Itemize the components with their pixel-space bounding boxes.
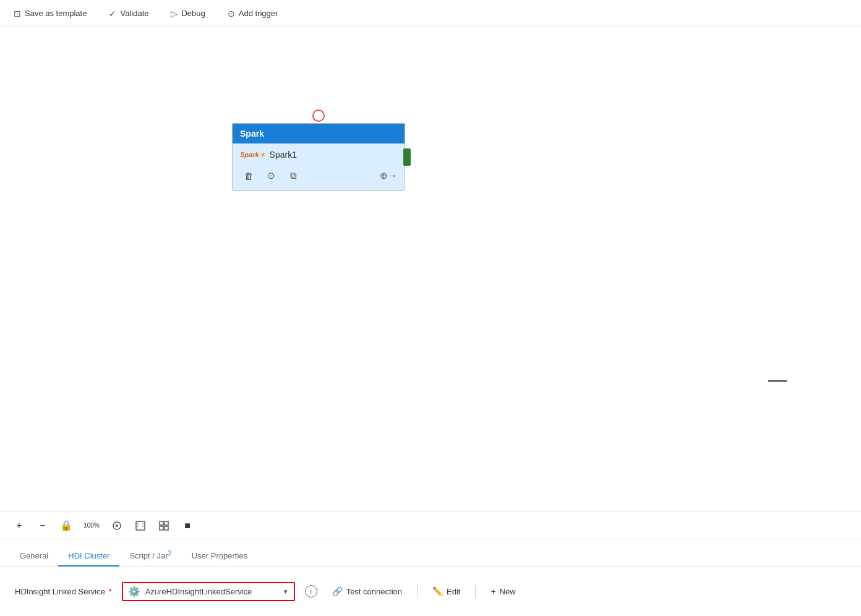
node-header: Spark	[233, 124, 405, 143]
test-connection-label: Test connection	[346, 587, 402, 596]
tab-script-jar[interactable]: Script / Jar2	[119, 544, 181, 567]
arrange-icon	[158, 520, 169, 531]
svg-rect-4	[165, 521, 168, 525]
linked-service-dropdown[interactable]: ⚙️ AzureHDInsightLinkedService ▼	[122, 582, 295, 601]
canvas-area: Spark Spark✳ Spark1 🗑 ⊙ ⧉ ⊕→	[0, 27, 861, 511]
new-label: New	[500, 587, 516, 596]
new-icon: +	[490, 586, 495, 596]
node-connector-right	[403, 148, 411, 166]
spark-node[interactable]: Spark Spark✳ Spark1 🗑 ⊙ ⧉ ⊕→	[232, 123, 405, 191]
node-header-label: Spark	[240, 129, 264, 139]
test-connection-icon: 🔗	[332, 586, 343, 596]
minimize-bar	[768, 380, 787, 382]
new-button[interactable]: + New	[486, 584, 520, 599]
fit-canvas-icon	[111, 520, 122, 531]
node-card: Spark Spark✳ Spark1 🗑 ⊙ ⧉ ⊕→	[232, 123, 405, 191]
fit-canvas-button[interactable]	[108, 516, 126, 535]
properties-panel: General HDI Cluster Script / Jar2 User P…	[0, 539, 861, 616]
save-template-label: Save as template	[25, 9, 87, 18]
svg-rect-6	[165, 526, 168, 530]
node-title-row: Spark✳ Spark1	[240, 150, 397, 160]
svg-point-1	[116, 524, 118, 527]
edit-button[interactable]: ✏️ Edit	[427, 584, 465, 599]
lock-button[interactable]: 🔒	[57, 516, 75, 535]
node-actions: 🗑 ⊙ ⧉ ⊕→	[240, 167, 397, 184]
zoom-100-button[interactable]: 100%	[80, 516, 103, 535]
properties-content: HDInsight Linked Service * ⚙️ AzureHDIns…	[0, 567, 861, 616]
required-star: *	[106, 587, 112, 596]
svg-rect-3	[160, 521, 163, 525]
save-template-icon: ⊡	[14, 9, 21, 19]
zoom-in-button[interactable]: +	[10, 516, 28, 535]
bottom-canvas-toolbar: + − 🔒 100% ■	[0, 511, 861, 539]
divider-1	[417, 585, 418, 597]
info-button[interactable]: i	[305, 585, 317, 597]
dropdown-arrow-icon: ▼	[283, 588, 289, 595]
validate-label: Validate	[120, 9, 148, 18]
select-tool-icon	[135, 520, 146, 531]
edit-icon: ✏️	[432, 586, 443, 596]
add-trigger-label: Add trigger	[239, 9, 278, 18]
debug-label: Debug	[181, 9, 205, 18]
svg-rect-2	[136, 521, 145, 530]
tab-hdi-cluster[interactable]: HDI Cluster	[58, 546, 119, 567]
node-connector-top	[312, 109, 325, 122]
tab-user-properties[interactable]: User Properties	[182, 546, 257, 567]
add-trigger-icon: ⊙	[228, 9, 235, 19]
select-tool-button[interactable]	[131, 516, 150, 535]
test-connection-button[interactable]: 🔗 Test connection	[327, 584, 407, 599]
add-activity-button[interactable]: ⊕→	[380, 167, 397, 184]
add-trigger-button[interactable]: ⊙ Add trigger	[224, 6, 282, 21]
delete-node-button[interactable]: 🗑	[240, 167, 257, 184]
linked-service-icon: ⚙️	[128, 586, 140, 597]
svg-rect-5	[160, 526, 163, 530]
arrange-button[interactable]	[155, 516, 173, 535]
linked-service-field-label: HDInsight Linked Service *	[15, 587, 112, 596]
top-toolbar: ⊡ Save as template ✓ Validate ▷ Debug ⊙ …	[0, 0, 861, 27]
node-body: Spark✳ Spark1 🗑 ⊙ ⧉ ⊕→	[233, 143, 405, 190]
validate-icon: ✓	[109, 9, 116, 19]
copy-node-button[interactable]: ⧉	[285, 167, 302, 184]
tab-general[interactable]: General	[10, 546, 58, 567]
linked-service-value: AzureHDInsightLinkedService	[145, 587, 278, 596]
debug-icon: ▷	[171, 9, 178, 19]
properties-tabs: General HDI Cluster Script / Jar2 User P…	[0, 539, 861, 567]
dark-mode-button[interactable]: ■	[178, 516, 197, 535]
debug-button[interactable]: ▷ Debug	[167, 6, 208, 21]
validate-button[interactable]: ✓ Validate	[105, 6, 152, 21]
save-template-button[interactable]: ⊡ Save as template	[10, 6, 90, 21]
zoom-out-button[interactable]: −	[33, 516, 52, 535]
node-name-label: Spark1	[270, 150, 297, 160]
execute-node-button[interactable]: ⊙	[262, 167, 280, 184]
spark-logo: Spark✳	[240, 151, 265, 158]
edit-label: Edit	[447, 587, 460, 596]
divider-2	[475, 585, 476, 597]
